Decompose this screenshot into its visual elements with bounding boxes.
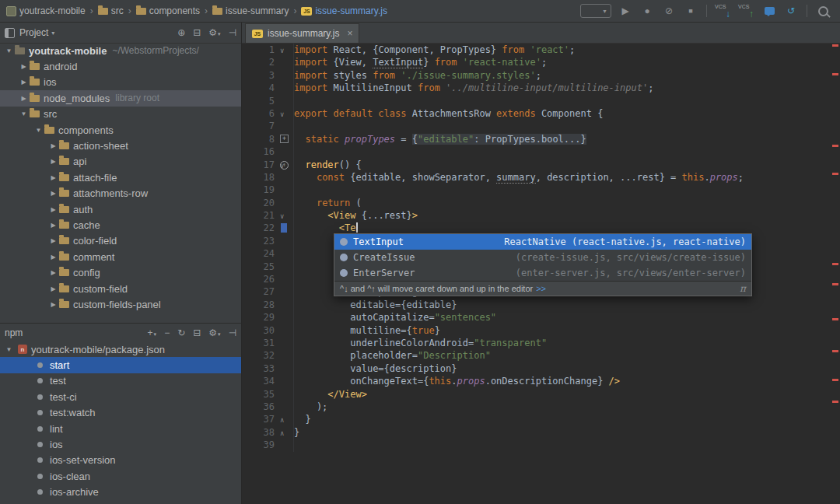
completion-item-TextInput[interactable]: TextInputReactNative (react-native.js, r… — [334, 234, 751, 250]
completion-item-EnterServer[interactable]: EnterServer(enter-server.js, src/views/e… — [334, 265, 751, 281]
locate-button[interactable]: ⊕ — [177, 27, 185, 38]
tree-collapsed-icon[interactable]: ▶ — [47, 301, 59, 308]
settings-button[interactable]: ⚙▾ — [208, 327, 220, 338]
tree-collapsed-icon[interactable]: ▶ — [47, 222, 59, 229]
tab-issue-summary-js[interactable]: JS issue-summary.js × — [245, 23, 359, 43]
code-line[interactable]: 17∨↑ render() { — [242, 159, 840, 171]
tree-expanded-icon[interactable]: ▼ — [3, 47, 15, 54]
code-line[interactable]: 20 return ( — [242, 197, 840, 209]
completion-hint-link[interactable]: >> — [536, 284, 546, 293]
add-button[interactable]: +▾ — [148, 327, 157, 338]
override-marker-icon[interactable]: ↑ — [280, 161, 289, 170]
run-config-dropdown[interactable]: ▼ — [580, 4, 611, 18]
tree-collapsed-icon[interactable]: ▶ — [47, 237, 59, 244]
code-line[interactable]: 2import {View, TextInput} from 'react-na… — [242, 56, 840, 68]
npm-script-start[interactable]: start — [0, 357, 241, 373]
tree-item-youtrack-mobile[interactable]: ▼youtrack-mobile~/WebstormProjects/ — [0, 43, 241, 58]
npm-script-ios-archive[interactable]: ios-archive — [0, 485, 241, 500]
vcs-message-button[interactable] — [761, 3, 777, 19]
code-line[interactable]: 4import MultilineInput from '../multilin… — [242, 82, 840, 94]
code-line[interactable]: 6∨export default class AttachmentsRow ex… — [242, 107, 840, 120]
fold-up-icon[interactable]: ∧ — [280, 414, 284, 426]
editor-content[interactable]: 1∨import React, {Component, PropTypes} f… — [242, 44, 840, 504]
npm-script-test[interactable]: test — [0, 373, 241, 389]
breadcrumb-item[interactable]: youtrack-mobile — [6, 5, 86, 16]
code-line[interactable]: 21∨ <View {...rest}> — [242, 209, 840, 222]
tree-item-src[interactable]: ▼src — [0, 107, 241, 122]
fold-down-icon[interactable]: ∨ — [280, 44, 284, 57]
refresh-button[interactable]: ↻ — [177, 327, 185, 338]
tree-expanded-icon[interactable]: ▼ — [33, 127, 44, 134]
npm-script-ios-clean[interactable]: ios-clean — [0, 468, 241, 484]
settings-button[interactable]: ⚙▾ — [208, 27, 220, 38]
tree-item-android[interactable]: ▶android — [0, 58, 241, 74]
tree-collapsed-icon[interactable]: ▶ — [47, 254, 59, 261]
profile-button[interactable]: ● — [639, 3, 655, 19]
tree-expanded-icon[interactable]: ▼ — [3, 346, 15, 353]
sort-alphabetically-icon[interactable]: π — [740, 283, 746, 294]
vcs-commit-button[interactable]: VCS ↑ — [738, 3, 755, 19]
search-everywhere-button[interactable] — [815, 3, 831, 19]
code-line[interactable]: 35 </View> — [242, 388, 840, 401]
tree-item-cache[interactable]: ▶cache — [0, 217, 241, 233]
tree-collapsed-icon[interactable]: ▶ — [47, 142, 59, 149]
tree-item-attachments-row[interactable]: ▶attachments-row — [0, 186, 241, 201]
tree-collapsed-icon[interactable]: ▶ — [47, 269, 59, 276]
code-line[interactable]: 37∧ } — [242, 413, 840, 425]
fold-expand-icon[interactable]: + — [280, 135, 289, 143]
fold-down-icon[interactable]: ∨ — [280, 108, 284, 121]
npm-script-ios-set-version[interactable]: ios-set-version — [0, 453, 241, 468]
code-line[interactable]: 7 — [242, 120, 840, 132]
tree-item-api[interactable]: ▶api — [0, 154, 241, 170]
fold-down-icon[interactable]: ∨ — [280, 210, 284, 222]
remove-button[interactable]: − — [164, 327, 170, 338]
npm-script-test-ci[interactable]: test-ci — [0, 389, 241, 404]
fold-up-icon[interactable]: ∧ — [280, 427, 284, 439]
tree-collapsed-icon[interactable]: ▶ — [47, 158, 59, 165]
code-line[interactable]: 33 value={description} — [242, 362, 840, 375]
close-icon[interactable]: × — [347, 28, 352, 39]
rollback-button[interactable]: ↺ — [783, 3, 799, 19]
tree-item-comment[interactable]: ▶comment — [0, 249, 241, 264]
code-line[interactable]: 32 placeholder="Description" — [242, 349, 840, 362]
code-line[interactable]: 3import styles from './issue-summary.sty… — [242, 69, 840, 82]
tree-item-action-sheet[interactable]: ▶action-sheet — [0, 138, 241, 153]
code-line[interactable]: 16 — [242, 145, 840, 158]
breadcrumb-item[interactable]: src — [98, 5, 124, 16]
code-line[interactable]: 30 multiline={true} — [242, 324, 840, 337]
npm-script-ios[interactable]: ios — [0, 436, 241, 452]
tree-item-custom-field[interactable]: ▶custom-field — [0, 281, 241, 296]
tree-collapsed-icon[interactable]: ▶ — [47, 190, 59, 197]
tree-collapsed-icon[interactable]: ▶ — [47, 285, 59, 292]
run-button[interactable]: ▶ — [618, 3, 633, 19]
npm-script-lint[interactable]: lint — [0, 421, 241, 436]
code-line[interactable]: 18 const {editable, showSeparator, summa… — [242, 171, 840, 184]
skip-button[interactable]: ⊘ — [661, 3, 677, 19]
collapse-all-button[interactable]: ⊟ — [193, 327, 201, 338]
tree-item-custom-fields-panel[interactable]: ▶custom-fields-panel — [0, 296, 241, 312]
hide-panel-button[interactable]: ⊣ — [229, 27, 236, 38]
completion-item-CreateIssue[interactable]: CreateIssue(create-issue.js, src/views/c… — [334, 250, 751, 265]
code-line[interactable]: 8+ static propTypes = {"editable": PropT… — [242, 133, 840, 145]
tree-item-config[interactable]: ▶config — [0, 264, 241, 280]
code-line[interactable]: 38∧} — [242, 426, 840, 439]
code-line[interactable]: 34 onChangeText={this.props.onDescriptio… — [242, 375, 840, 387]
error-stripe[interactable] — [831, 23, 840, 504]
tree-collapsed-icon[interactable]: ▶ — [47, 206, 59, 213]
code-line[interactable]: 29 autoCapitalize="sentences" — [242, 311, 840, 324]
code-line[interactable]: 1∨import React, {Component, PropTypes} f… — [242, 44, 840, 56]
stop-button[interactable]: ■ — [683, 3, 698, 19]
npm-script-test:watch[interactable]: test:watch — [0, 405, 241, 421]
tree-collapsed-icon[interactable]: ▶ — [18, 79, 30, 86]
tree-collapsed-icon[interactable]: ▶ — [47, 174, 59, 181]
tree-item-node_modules[interactable]: ▶node_moduleslibrary root — [0, 90, 241, 106]
tree-expanded-icon[interactable]: ▼ — [18, 110, 30, 117]
code-line[interactable]: 39 — [242, 439, 840, 451]
code-line[interactable]: 28 editable={editable} — [242, 299, 840, 311]
tree-item-attach-file[interactable]: ▶attach-file — [0, 170, 241, 185]
code-line[interactable]: 36 ); — [242, 401, 840, 413]
tree-collapsed-icon[interactable]: ▶ — [18, 63, 30, 70]
project-panel-title[interactable]: Project — [19, 27, 48, 38]
tree-collapsed-icon[interactable]: ▶ — [18, 95, 30, 102]
chevron-down-icon[interactable]: ▾ — [51, 30, 54, 37]
